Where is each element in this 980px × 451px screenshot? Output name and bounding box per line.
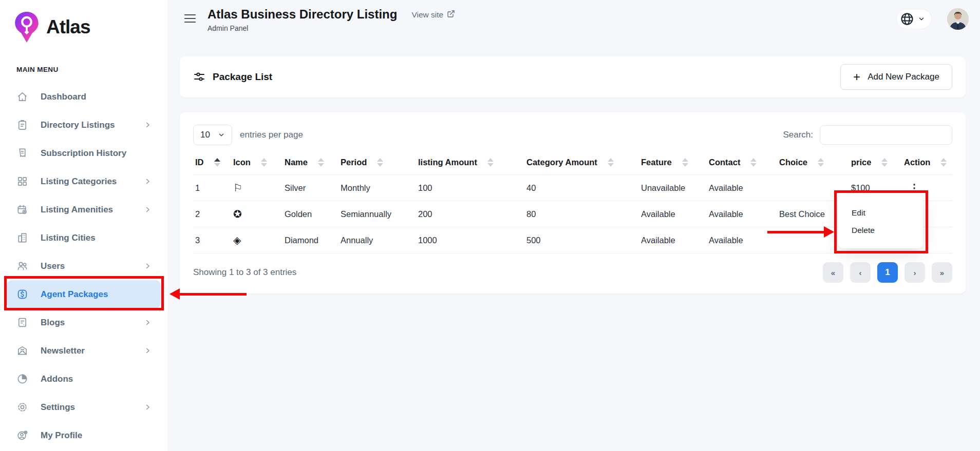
chevron-right-icon xyxy=(144,178,152,185)
card-title-wrap: Package List xyxy=(193,71,272,83)
row-feature: Available xyxy=(639,227,707,253)
row-category-amount: 40 xyxy=(524,175,639,201)
sort-arrows-icon[interactable] xyxy=(608,158,614,167)
entries-per-page-label: entries per page xyxy=(240,130,303,140)
sidebar-item-blogs[interactable]: Blogs xyxy=(7,308,161,337)
column-header-category-amount[interactable]: Category Amount xyxy=(524,151,639,175)
sort-arrows-icon[interactable] xyxy=(682,158,688,167)
annotation-arrowhead-right xyxy=(824,226,834,238)
sidebar-item-label: Listing Categories xyxy=(41,177,117,187)
sort-arrows-icon[interactable] xyxy=(318,158,324,167)
sidebar-section-label: MAIN MENU xyxy=(16,66,167,73)
column-header-period[interactable]: Period xyxy=(338,151,416,175)
sort-arrows-icon[interactable] xyxy=(940,158,947,167)
sidebar-item-addons[interactable]: Addons xyxy=(7,365,161,393)
sidebar-item-my-profile[interactable]: My Profile xyxy=(7,421,161,449)
annotation-arrow-to-sidebar xyxy=(179,293,247,296)
view-site-link[interactable]: View site xyxy=(411,10,455,20)
sidebar-item-listing-cities[interactable]: Listing Cities xyxy=(7,224,161,252)
column-header-listing-amount[interactable]: listing Amount xyxy=(416,151,524,175)
table-footer: Showing 1 to 3 of 3 entries «‹1›» xyxy=(193,262,952,283)
column-header-name[interactable]: Name xyxy=(282,151,338,175)
sidebar-item-subscription-history[interactable]: Subscription History xyxy=(7,139,161,167)
users-icon xyxy=(16,260,28,272)
blog-icon xyxy=(16,317,28,328)
column-header-feature[interactable]: Feature xyxy=(639,151,707,175)
pagination: «‹1›» xyxy=(823,262,952,283)
sidebar-item-listing-amenities[interactable]: Listing Amenities xyxy=(7,195,161,224)
gear-icon xyxy=(16,401,28,413)
sidebar-item-settings[interactable]: Settings xyxy=(7,393,161,421)
sidebar-item-label: Newsletter xyxy=(41,346,85,356)
prev-page-button[interactable]: ‹ xyxy=(850,262,871,283)
row-contact: Available xyxy=(707,227,777,253)
row-id: 1 xyxy=(193,175,231,201)
column-header-icon[interactable]: Icon xyxy=(231,151,282,175)
sort-arrows-icon[interactable] xyxy=(261,158,267,167)
sidebar-item-label: Listing Cities xyxy=(41,233,96,243)
row-period: Annually xyxy=(338,227,416,253)
sidebar-item-label: Blogs xyxy=(41,318,65,328)
page-subtitle: Admin Panel xyxy=(208,24,397,32)
sidebar-item-directory-listings[interactable]: Directory Listings xyxy=(7,111,161,139)
package-list-card-header: Package List + Add New Package xyxy=(180,56,966,97)
language-selector[interactable] xyxy=(896,9,932,29)
row-id: 2 xyxy=(193,201,231,227)
column-header-choice[interactable]: Choice xyxy=(777,151,849,175)
brand-name: Atlas xyxy=(46,16,90,38)
sidebar-item-newsletter[interactable]: Newsletter xyxy=(7,337,161,365)
row-contact: Available xyxy=(707,175,777,201)
chevron-right-icon xyxy=(144,347,152,355)
hamburger-menu-icon[interactable] xyxy=(184,13,196,24)
add-new-package-button[interactable]: + Add New Package xyxy=(840,64,952,90)
starbird-package-icon: ✪ xyxy=(233,208,242,220)
chevron-right-icon xyxy=(144,206,152,213)
column-header-action[interactable]: Action xyxy=(902,151,952,175)
add-new-package-label: Add New Package xyxy=(868,72,939,82)
building-icon xyxy=(16,232,28,244)
sort-arrows-icon[interactable] xyxy=(818,158,824,167)
column-label: Choice xyxy=(779,158,807,167)
annotation-arrowhead-left xyxy=(169,288,180,300)
row-listing-amount: 100 xyxy=(416,175,524,201)
topbar: Atlas Business Directory Listing Admin P… xyxy=(167,0,980,40)
column-label: Action xyxy=(904,158,930,167)
gem-package-icon: ◈ xyxy=(233,234,241,246)
brand-logo[interactable]: Atlas xyxy=(0,0,167,47)
row-category-amount: 80 xyxy=(524,201,639,227)
sort-arrows-icon[interactable] xyxy=(881,158,888,167)
column-label: Category Amount xyxy=(526,158,597,167)
annotation-arrow-to-menu xyxy=(767,231,825,233)
next-page-button[interactable]: › xyxy=(904,262,925,283)
row-icon: ⚐ xyxy=(231,175,282,201)
page-1-button[interactable]: 1 xyxy=(877,262,898,283)
sort-arrows-icon[interactable] xyxy=(750,158,757,167)
pie-icon xyxy=(16,373,28,385)
sidebar-item-label: Directory Listings xyxy=(41,120,115,130)
search-wrap: Search: xyxy=(783,125,952,145)
row-name: Golden xyxy=(282,201,338,227)
sort-arrows-icon[interactable] xyxy=(487,158,494,167)
search-input[interactable] xyxy=(820,125,952,145)
sidebar-item-label: My Profile xyxy=(41,430,82,441)
column-header-id[interactable]: ID xyxy=(193,151,231,175)
sort-arrows-icon[interactable] xyxy=(214,158,220,167)
user-avatar[interactable] xyxy=(947,8,969,30)
entries-per-page-select[interactable]: 10 xyxy=(193,125,232,145)
column-header-price[interactable]: price xyxy=(849,151,902,175)
row-period: Monthly xyxy=(338,175,416,201)
column-label: listing Amount xyxy=(418,158,477,167)
profile-icon xyxy=(16,429,28,441)
sidebar-item-label: Dashboard xyxy=(41,92,86,102)
chevron-down-icon xyxy=(918,15,925,23)
last-page-button[interactable]: » xyxy=(932,262,952,283)
sidebar-item-listing-categories[interactable]: Listing Categories xyxy=(7,167,161,195)
grid-icon xyxy=(16,175,28,187)
column-header-contact[interactable]: Contact xyxy=(707,151,777,175)
plus-icon: + xyxy=(853,71,860,83)
chevron-right-icon xyxy=(144,403,152,411)
sort-arrows-icon[interactable] xyxy=(377,158,383,167)
chevron-down-icon xyxy=(218,131,225,139)
first-page-button[interactable]: « xyxy=(823,262,843,283)
sidebar-item-dashboard[interactable]: Dashboard xyxy=(7,83,161,111)
